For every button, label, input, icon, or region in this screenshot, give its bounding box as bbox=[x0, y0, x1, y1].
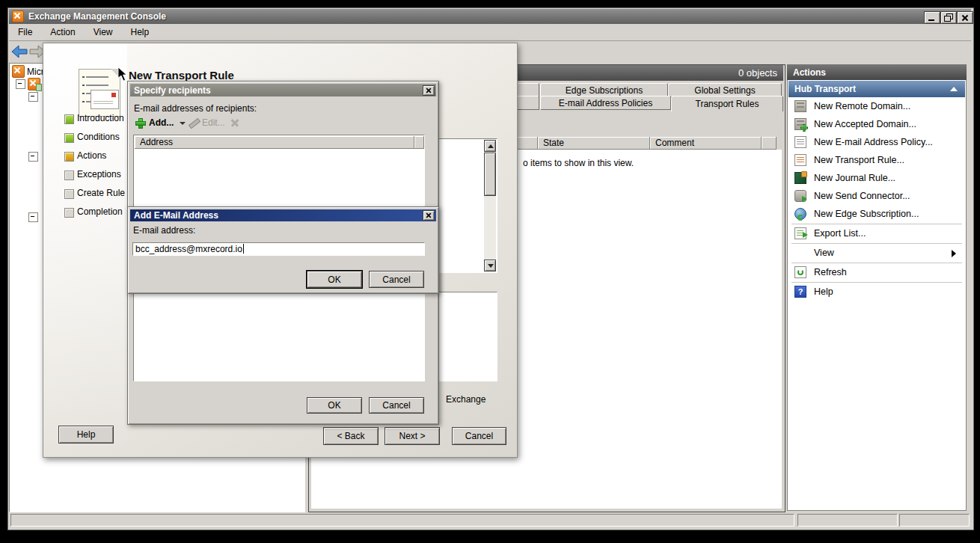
step-status-icon bbox=[64, 152, 74, 162]
object-count: 0 objects bbox=[738, 67, 777, 79]
address-column-header[interactable]: Address bbox=[135, 136, 414, 149]
wizard-cancel-button[interactable]: Cancel bbox=[452, 427, 506, 445]
tree-expander-icon[interactable] bbox=[28, 212, 38, 222]
specify-ok-button[interactable]: OK bbox=[307, 397, 362, 414]
add-button-label: Add... bbox=[149, 117, 174, 128]
action-new-transport-rule[interactable]: New Transport Rule... bbox=[788, 151, 965, 169]
email-address-input[interactable]: bcc_address@mxrecord.io bbox=[132, 242, 425, 256]
add-dialog-title: Add E-Mail Address bbox=[134, 210, 218, 221]
back-button[interactable] bbox=[10, 43, 28, 60]
window-titlebar[interactable]: Exchange Management Console bbox=[9, 9, 971, 24]
menu-action[interactable]: Action bbox=[41, 24, 84, 40]
tab-transport-rules[interactable]: Transport Rules bbox=[671, 96, 783, 111]
accepted-domain-icon bbox=[794, 118, 806, 130]
restore-button[interactable] bbox=[940, 11, 957, 24]
menu-help[interactable]: Help bbox=[122, 24, 159, 40]
empty-list-text: o items to show in this view. bbox=[523, 158, 634, 168]
action-new-send-connector[interactable]: New Send Connector... bbox=[788, 187, 965, 205]
minimize-button[interactable] bbox=[924, 11, 940, 24]
hub-transport-group-header[interactable]: Hub Transport bbox=[788, 81, 965, 97]
step-status-icon bbox=[64, 114, 74, 124]
close-icon bbox=[426, 212, 432, 218]
scrollbar[interactable] bbox=[484, 140, 496, 272]
tab-partial[interactable] bbox=[516, 96, 539, 110]
scroll-up-button[interactable] bbox=[484, 140, 496, 152]
action-new-accepted-domain[interactable]: New Accepted Domain... bbox=[788, 115, 965, 133]
scroll-down-icon bbox=[488, 264, 494, 268]
export-list-icon bbox=[794, 227, 806, 239]
step-status-icon bbox=[64, 189, 74, 199]
close-button[interactable] bbox=[957, 11, 973, 24]
wizard-step-completion: Completion bbox=[77, 206, 123, 217]
wizard-back-button[interactable]: < Back bbox=[323, 427, 379, 445]
specify-dialog-titlebar[interactable]: Specify recipients bbox=[130, 84, 436, 96]
help-icon: ? bbox=[794, 286, 806, 298]
email-address-policy-icon bbox=[794, 136, 806, 148]
scroll-up-icon bbox=[488, 144, 494, 148]
specify-dialog-close-button[interactable] bbox=[423, 85, 435, 96]
tab-email-address-policies[interactable]: E-mail Address Policies bbox=[540, 96, 671, 110]
journal-rule-icon bbox=[794, 172, 806, 184]
menu-bar: File Action View Help bbox=[9, 24, 971, 41]
step-status-icon bbox=[64, 133, 74, 143]
tree-expander-icon[interactable] bbox=[16, 79, 25, 89]
specify-dialog-title: Specify recipients bbox=[134, 85, 211, 96]
action-export-list[interactable]: Export List... bbox=[788, 224, 965, 242]
column-header-comment[interactable]: Comment bbox=[650, 137, 762, 150]
exchange-logo-icon bbox=[12, 10, 24, 22]
action-new-remote-domain[interactable]: New Remote Domain... bbox=[788, 97, 965, 115]
specify-cancel-button[interactable]: Cancel bbox=[369, 397, 424, 414]
transport-rule-wizard-icon bbox=[79, 69, 120, 117]
column-header-narrow[interactable] bbox=[762, 137, 777, 150]
wizard-background-text: Exchange bbox=[446, 394, 486, 405]
wizard-next-button[interactable]: Next > bbox=[385, 427, 440, 445]
tree-expander-icon[interactable] bbox=[28, 152, 38, 162]
status-segment bbox=[797, 514, 898, 527]
email-address-value: bcc_address@mxrecord.io bbox=[135, 244, 242, 254]
status-segment bbox=[10, 514, 794, 527]
edge-subscription-icon bbox=[794, 208, 806, 220]
collapse-arrow-icon[interactable] bbox=[950, 87, 958, 91]
close-icon bbox=[426, 88, 432, 93]
group-title: Hub Transport bbox=[794, 84, 856, 94]
column-header-state[interactable]: State bbox=[538, 137, 650, 150]
tree-expander-icon[interactable] bbox=[28, 92, 38, 102]
action-view[interactable]: View bbox=[788, 244, 965, 262]
status-segment bbox=[899, 514, 970, 527]
envelope-icon bbox=[91, 90, 119, 109]
step-status-icon bbox=[64, 208, 74, 218]
text-caret bbox=[243, 244, 244, 254]
edit-button-label: Edit... bbox=[202, 117, 225, 128]
transport-rule-icon bbox=[794, 154, 806, 166]
wizard-title: New Transport Rule bbox=[129, 69, 234, 82]
add-dropdown-arrow-icon[interactable] bbox=[180, 122, 186, 125]
scroll-down-button[interactable] bbox=[484, 260, 496, 272]
action-new-journal-rule[interactable]: New Journal Rule... bbox=[788, 169, 965, 187]
actions-panel-header: Actions bbox=[787, 64, 967, 80]
window-title: Exchange Management Console bbox=[28, 11, 166, 22]
minimize-icon bbox=[928, 19, 934, 21]
back-arrow-icon bbox=[11, 45, 28, 58]
menu-file[interactable]: File bbox=[9, 24, 41, 40]
wizard-help-button[interactable]: Help bbox=[58, 426, 114, 444]
close-icon bbox=[961, 14, 969, 22]
remove-button[interactable] bbox=[230, 118, 241, 129]
edit-pencil-icon bbox=[189, 118, 200, 129]
action-new-email-address-policy[interactable]: New E-mail Address Policy... bbox=[788, 133, 965, 151]
add-dialog-titlebar[interactable]: Add E-Mail Address bbox=[130, 209, 436, 221]
exchange-node-icon bbox=[28, 78, 40, 90]
action-refresh[interactable]: Refresh bbox=[788, 263, 965, 281]
add-dialog-close-button[interactable] bbox=[423, 210, 435, 221]
action-new-edge-subscription[interactable]: New Edge Subscription... bbox=[788, 205, 965, 223]
step-status-icon bbox=[64, 171, 74, 180]
menu-view[interactable]: View bbox=[85, 24, 122, 40]
remote-domain-icon bbox=[794, 100, 806, 112]
add-cancel-button[interactable]: Cancel bbox=[369, 271, 424, 288]
address-column-header-end[interactable] bbox=[414, 136, 424, 149]
scrollbar-thumb[interactable] bbox=[484, 153, 496, 196]
add-ok-button[interactable]: OK bbox=[307, 271, 362, 288]
tree-root-label[interactable]: Micr bbox=[27, 67, 44, 77]
action-help[interactable]: ? Help bbox=[788, 283, 965, 301]
edit-button[interactable]: Edit... bbox=[187, 117, 232, 130]
actions-title: Actions bbox=[793, 67, 826, 78]
